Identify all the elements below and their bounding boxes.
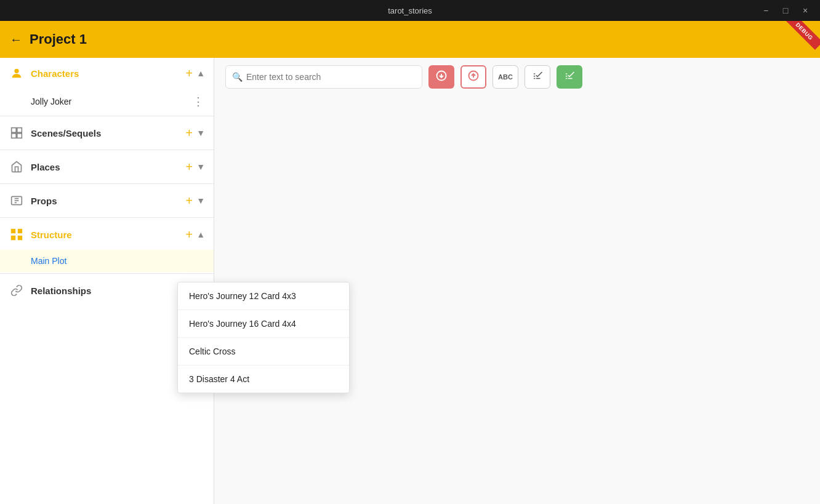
plus-icon-structure: + xyxy=(185,228,193,242)
svg-rect-12 xyxy=(18,236,22,240)
places-section-header[interactable]: Places + ▼ xyxy=(0,151,214,182)
structure-label: Structure xyxy=(31,230,185,240)
back-button[interactable]: ← xyxy=(10,33,22,47)
places-icon xyxy=(9,159,25,175)
props-expand-button[interactable]: ▼ xyxy=(196,196,205,206)
structure-collapse-button[interactable]: ▲ xyxy=(196,230,205,239)
main-content: Characters + ▲ Jolly Joker ⋮ Scenes/Sequ… xyxy=(0,58,820,504)
svg-rect-1 xyxy=(12,128,17,133)
divider-5 xyxy=(0,273,214,274)
characters-label: Characters xyxy=(31,68,185,79)
close-button[interactable]: × xyxy=(797,2,814,19)
upload-red-button[interactable] xyxy=(460,65,486,89)
toolbar: 🔍 ABC xyxy=(214,58,820,96)
svg-point-0 xyxy=(14,69,18,73)
props-section-header[interactable]: Props + ▼ xyxy=(0,185,214,216)
characters-icon xyxy=(9,65,25,81)
divider-2 xyxy=(0,150,214,150)
chevron-up-icon-structure: ▲ xyxy=(196,230,205,239)
check-green-icon xyxy=(564,70,575,84)
minimize-button[interactable]: − xyxy=(757,2,774,19)
search-input[interactable] xyxy=(246,72,416,82)
places-add-button[interactable]: + xyxy=(185,160,193,174)
dropdown-menu: Hero's Journey 12 Card 4x3 Hero's Journe… xyxy=(177,282,350,393)
scenes-expand-button[interactable]: ▼ xyxy=(196,128,205,138)
download-red-button[interactable] xyxy=(428,65,454,89)
right-panel: 🔍 ABC xyxy=(214,58,820,504)
search-icon: 🔍 xyxy=(232,72,243,82)
structure-section-header[interactable]: Structure + ▲ xyxy=(0,219,214,250)
more-icon: ⋮ xyxy=(193,95,204,108)
props-add-button[interactable]: + xyxy=(185,194,193,208)
search-box: 🔍 xyxy=(225,65,422,89)
svg-rect-3 xyxy=(12,134,17,138)
svg-rect-10 xyxy=(18,229,22,233)
plus-icon-places: + xyxy=(185,160,193,174)
chevron-up-icon: ▲ xyxy=(196,68,205,78)
checklist-button[interactable] xyxy=(525,65,550,89)
dropdown-item-3[interactable]: 3 Disaster 4 Act xyxy=(178,366,349,393)
check-green-button[interactable] xyxy=(557,65,582,89)
dropdown-item-1[interactable]: Hero's Journey 16 Card 4x4 xyxy=(178,310,349,338)
structure-add-button[interactable]: + xyxy=(185,228,193,242)
relationships-icon xyxy=(9,282,25,298)
chevron-down-icon-places: ▼ xyxy=(196,162,205,172)
svg-rect-11 xyxy=(11,236,15,240)
chevron-down-icon-props: ▼ xyxy=(196,196,205,206)
divider-1 xyxy=(0,116,214,116)
project-title: Project 1 xyxy=(30,31,87,47)
svg-rect-4 xyxy=(17,134,22,138)
plus-icon-props: + xyxy=(185,194,193,208)
maximize-button[interactable]: □ xyxy=(777,2,794,19)
characters-add-button[interactable]: + xyxy=(185,66,193,81)
divider-4 xyxy=(0,217,214,218)
window-controls: − □ × xyxy=(757,0,814,21)
main-plot-item[interactable]: Main Plot xyxy=(0,250,214,272)
places-label: Places xyxy=(31,162,185,172)
structure-icon xyxy=(9,226,25,242)
characters-section-header[interactable]: Characters + ▲ xyxy=(0,58,214,89)
abc-button[interactable]: ABC xyxy=(492,65,518,89)
plus-icon-scenes: + xyxy=(185,126,193,140)
header-bar: ← Project 1 DEBUG xyxy=(0,21,820,58)
back-icon: ← xyxy=(10,33,22,47)
dropdown-item-2[interactable]: Celtic Cross xyxy=(178,338,349,366)
svg-rect-2 xyxy=(17,128,22,133)
props-icon xyxy=(9,193,25,209)
abc-icon: ABC xyxy=(498,73,513,81)
relationships-label: Relationships xyxy=(31,286,198,296)
jolly-joker-label: Jolly Joker xyxy=(31,97,193,106)
upload-icon xyxy=(468,70,479,84)
app-title: tarot_stories xyxy=(388,6,432,15)
scenes-add-button[interactable]: + xyxy=(185,126,193,140)
chevron-down-icon-scenes: ▼ xyxy=(196,128,205,138)
divider-3 xyxy=(0,183,214,184)
main-plot-label: Main Plot xyxy=(31,256,204,266)
plus-icon: + xyxy=(185,66,193,81)
title-bar: tarot_stories − □ × xyxy=(0,0,820,21)
svg-rect-9 xyxy=(11,229,15,233)
jolly-joker-item[interactable]: Jolly Joker ⋮ xyxy=(0,89,214,114)
props-label: Props xyxy=(31,196,185,206)
debug-corner: DEBUG xyxy=(784,21,820,57)
debug-badge: DEBUG xyxy=(786,21,820,50)
scenes-icon xyxy=(9,125,25,141)
scenes-label: Scenes/Sequels xyxy=(31,128,185,138)
characters-collapse-button[interactable]: ▲ xyxy=(196,68,205,78)
places-expand-button[interactable]: ▼ xyxy=(196,162,205,172)
scenes-section-header[interactable]: Scenes/Sequels + ▼ xyxy=(0,118,214,148)
sidebar: Characters + ▲ Jolly Joker ⋮ Scenes/Sequ… xyxy=(0,58,214,504)
jolly-joker-more-button[interactable]: ⋮ xyxy=(193,95,204,108)
checklist-icon xyxy=(532,70,543,84)
download-icon xyxy=(436,70,447,84)
dropdown-item-0[interactable]: Hero's Journey 12 Card 4x3 xyxy=(178,282,349,310)
